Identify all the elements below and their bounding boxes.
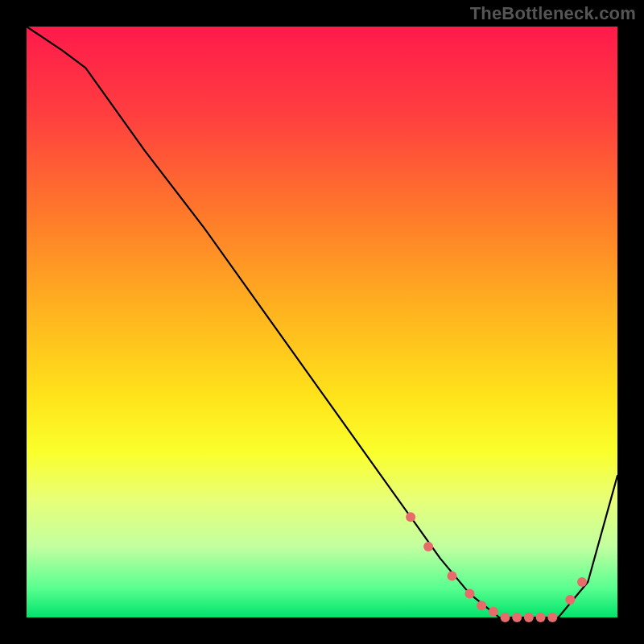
- marker-dot: [577, 577, 587, 587]
- marker-dot: [536, 613, 546, 622]
- marker-dot: [477, 601, 486, 610]
- marker-dot: [501, 613, 510, 622]
- marker-dot: [448, 572, 457, 581]
- marker-dot: [406, 512, 415, 522]
- frame: TheBottleneck.com: [0, 0, 644, 644]
- curve-line: [27, 27, 617, 617]
- marker-dot: [512, 613, 522, 622]
- marker-dot: [489, 607, 498, 617]
- marker-dot: [465, 589, 475, 599]
- marker-group: [406, 512, 587, 622]
- marker-dot: [547, 613, 557, 622]
- chart-overlay: [27, 27, 617, 617]
- watermark-text: TheBottleneck.com: [470, 3, 636, 24]
- marker-dot: [524, 613, 534, 622]
- marker-dot: [423, 542, 433, 551]
- marker-dot: [565, 595, 575, 605]
